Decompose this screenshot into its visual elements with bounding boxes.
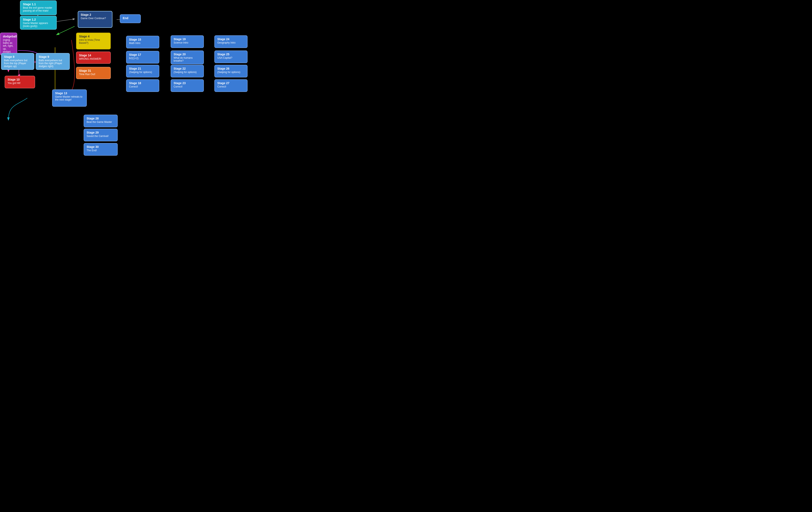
svg-line-3 [57, 26, 75, 35]
node-sub-stage27: Correct! [217, 85, 244, 88]
node-stage4: Stage 4Intro to trivia (Time Based?) [76, 33, 111, 49]
node-stage21: Stage 21(Swiping for options) [126, 65, 159, 77]
node-sub-stage8: Balls everywhere but from the top (Playe… [4, 59, 31, 68]
node-sub-stage13: Game Master retreats to the next stage! [55, 95, 84, 101]
node-stage10: Stage 10You got Hit! [5, 76, 35, 88]
node-sub-stage31: Time Ran Out! [79, 73, 108, 76]
node-sub-stage25: USA Capital? [217, 56, 244, 59]
node-title-stage24: Stage 24 [217, 37, 244, 41]
node-title-stage13: Stage 13 [55, 91, 84, 95]
node-sub-stage22: (Swiping for options) [174, 71, 201, 74]
node-sub-stage29: Saved the Carnival! [87, 135, 115, 138]
node-stage13: Stage 13Game Master retreats to the next… [52, 89, 87, 107]
node-stage22: Stage 22(Swiping for options) [171, 65, 204, 77]
node-title-stage29: Stage 29 [87, 131, 115, 134]
node-stage27: Stage 27Correct! [214, 79, 248, 92]
node-stage28: Stage 28Beat the Game Master [84, 115, 118, 127]
node-sub-stage26: (Swiping for options) [217, 71, 244, 74]
node-stage24: Stage 24Geography Intro [214, 35, 248, 48]
node-title-stage14: Stage 14 [79, 54, 108, 57]
node-title-stage30: Stage 30 [87, 145, 115, 149]
node-title-stage22: Stage 22 [174, 67, 201, 70]
node-sub-dodgeball: (nging balls) as left, right, up, dodge) [3, 38, 14, 53]
node-stage9: Stage 9Balls everywhere but from the rig… [36, 53, 70, 70]
node-title-stage4: Stage 4 [79, 35, 108, 38]
node-dodgeball: dodgeball(nging balls) as left, right, u… [0, 33, 17, 55]
node-title-stage31: Stage 31 [79, 69, 108, 72]
node-stage1_1: Stage 1.1Beat the evil game master passi… [20, 0, 57, 15]
node-sub-stage21: (Swiping for options) [129, 71, 156, 74]
node-title-stage26: Stage 26 [217, 67, 244, 70]
node-title-stage25: Stage 25 [217, 53, 244, 56]
node-stage30: Stage 30The End! [84, 143, 118, 156]
node-stage26: Stage 26(Swiping for options) [214, 65, 248, 77]
node-title-end: End [123, 17, 138, 20]
node-stage25: Stage 25USA Capital? [214, 51, 248, 63]
node-title-stage2: Stage 2 [81, 13, 110, 17]
node-stage14: Stage 14WRONG ANSWER! [76, 52, 111, 64]
node-stage2: Stage 2Game Over Continue? [78, 11, 112, 28]
svg-line-1 [56, 19, 75, 22]
node-sub-stage10: You got Hit! [7, 82, 32, 85]
node-stage19: Stage 19Science Intro [171, 35, 204, 48]
node-sub-stage1_1: Beat the evil game master passing all of… [23, 6, 54, 12]
node-title-stage1_2: Stage 1.2 [23, 18, 54, 21]
node-title-stage9: Stage 9 [39, 55, 67, 58]
node-stage17: Stage 176/2(1+2) [126, 51, 159, 63]
node-stage18: Stage 18Correct! [126, 79, 159, 92]
node-sub-stage15: Math Intro [129, 42, 156, 45]
node-stage15: Stage 15Math Intro [126, 36, 159, 48]
node-end: End [120, 14, 141, 23]
node-sub-stage23: Correct! [174, 85, 201, 88]
node-sub-stage2: Game Over Continue? [81, 17, 110, 20]
node-sub-stage24: Geography Intro [217, 41, 244, 44]
node-stage31: Stage 31Time Ran Out! [76, 67, 111, 79]
node-title-stage27: Stage 27 [217, 81, 244, 85]
node-sub-stage1_2: Game Master appears (looks goofy) [23, 22, 54, 28]
node-stage29: Stage 29Saved the Carnival! [84, 129, 118, 141]
node-sub-stage28: Beat the Game Master [87, 120, 115, 124]
node-stage8: Stage 8Balls everywhere but from the top… [1, 53, 34, 70]
node-title-stage28: Stage 28 [87, 117, 115, 120]
node-stage1_2: Stage 1.2Game Master appears (looks goof… [20, 16, 57, 30]
node-sub-stage18: Correct! [129, 85, 156, 88]
node-title-stage17: Stage 17 [129, 53, 156, 56]
node-sub-stage19: Science Intro [174, 41, 201, 44]
node-title-stage23: Stage 23 [174, 81, 201, 85]
node-title-stage1_1: Stage 1.1 [23, 2, 54, 6]
node-sub-stage30: The End! [87, 149, 115, 152]
node-sub-stage4: Intro to trivia (Time Based?) [79, 38, 108, 45]
node-title-stage21: Stage 21 [129, 67, 156, 70]
node-sub-stage14: WRONG ANSWER! [79, 57, 108, 60]
node-stage20: Stage 20What do humans breathe? [171, 51, 204, 64]
node-title-dodgeball: dodgeball [3, 35, 14, 38]
node-sub-stage9: Balls everywhere but from the right (Pla… [39, 59, 67, 68]
node-stage23: Stage 23Correct! [171, 79, 204, 92]
node-title-stage10: Stage 10 [7, 78, 32, 81]
node-title-stage15: Stage 15 [129, 38, 156, 41]
node-sub-stage20: What do humans breathe? [174, 56, 201, 62]
node-title-stage20: Stage 20 [174, 53, 201, 56]
node-sub-stage17: 6/2(1+2) [129, 57, 156, 60]
node-title-stage8: Stage 8 [4, 55, 31, 58]
node-title-stage19: Stage 19 [174, 37, 201, 41]
node-title-stage18: Stage 18 [129, 81, 156, 85]
